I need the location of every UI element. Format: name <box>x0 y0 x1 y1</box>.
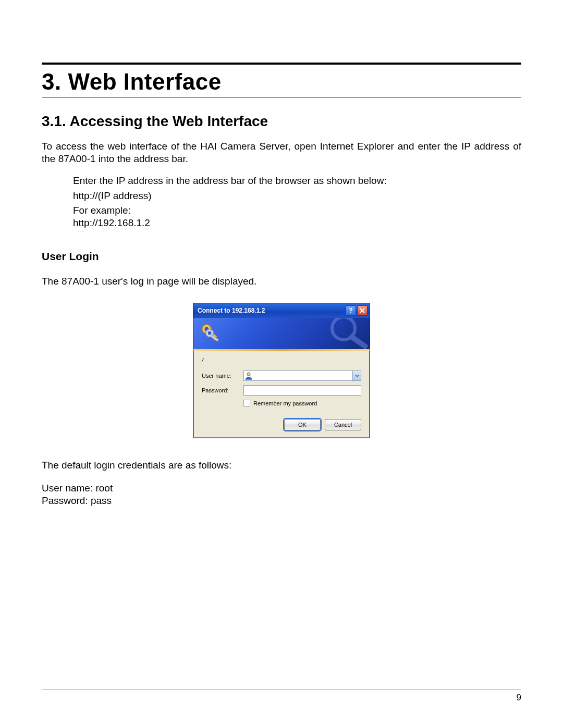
help-icon: ? <box>349 307 352 314</box>
instruction-block: Enter the IP address in the address bar … <box>73 175 521 229</box>
ok-button[interactable]: OK <box>284 419 321 430</box>
credentials-dialog: Connect to 192.168.1.2 ? <box>193 303 370 438</box>
username-label: User name: <box>202 373 243 379</box>
dialog-button-row: OK Cancel <box>202 419 361 430</box>
password-label: Password: <box>202 387 243 393</box>
username-input[interactable] <box>243 371 361 381</box>
default-username: User name: root <box>42 482 521 495</box>
footer-rule <box>42 689 521 689</box>
chapter-title: 3. Web Interface <box>42 69 521 95</box>
section-title: 3.1. Accessing the Web Interface <box>42 113 521 130</box>
close-icon <box>360 308 365 313</box>
password-input[interactable] <box>243 385 361 396</box>
dialog-realm: / <box>202 357 361 363</box>
svg-point-5 <box>208 331 212 335</box>
dialog-title: Connect to 192.168.1.2 <box>198 307 345 314</box>
rule-under-title <box>42 97 521 97</box>
remember-checkbox[interactable]: Remember my password <box>243 400 361 406</box>
cancel-button-label: Cancel <box>334 422 352 428</box>
username-row: User name: <box>202 371 361 381</box>
intro-paragraph: To access the web interface of the HAI C… <box>42 140 521 165</box>
page-footer: 9 <box>42 689 521 703</box>
url-template: http://(IP address) <box>73 190 521 202</box>
chevron-down-icon[interactable] <box>352 371 361 380</box>
username-combo[interactable] <box>243 371 361 381</box>
user-login-desc: The 87A00-1 user's log in page will be d… <box>42 275 521 288</box>
remember-label: Remember my password <box>253 400 317 406</box>
password-row: Password: <box>202 385 361 396</box>
example-label: For example: <box>73 204 521 217</box>
checkbox-box[interactable] <box>243 400 250 406</box>
example-url: http://192.168.1.2 <box>73 217 521 229</box>
default-creds-intro: The default login credentials are as fol… <box>42 459 521 472</box>
user-icon <box>244 372 253 380</box>
user-login-heading: User Login <box>42 250 521 263</box>
page-number: 9 <box>42 693 521 703</box>
svg-rect-8 <box>348 334 369 349</box>
rule-top <box>42 63 521 65</box>
dialog-banner <box>193 318 370 349</box>
help-button[interactable]: ? <box>346 305 356 316</box>
cancel-button[interactable]: Cancel <box>325 419 361 430</box>
dialog-figure: Connect to 192.168.1.2 ? <box>42 303 521 438</box>
ok-button-label: OK <box>298 422 307 428</box>
instruction-line: Enter the IP address in the address bar … <box>73 175 521 187</box>
svg-point-9 <box>247 373 250 376</box>
keys-icon <box>199 322 223 346</box>
dialog-titlebar[interactable]: Connect to 192.168.1.2 ? <box>193 303 370 318</box>
default-password: Password: pass <box>42 495 521 507</box>
document-page: 3. Web Interface 3.1. Accessing the Web … <box>0 0 563 728</box>
close-button[interactable] <box>357 305 368 316</box>
dialog-body: / User name: Passwo <box>193 351 370 438</box>
keys-background-icon <box>307 318 370 349</box>
